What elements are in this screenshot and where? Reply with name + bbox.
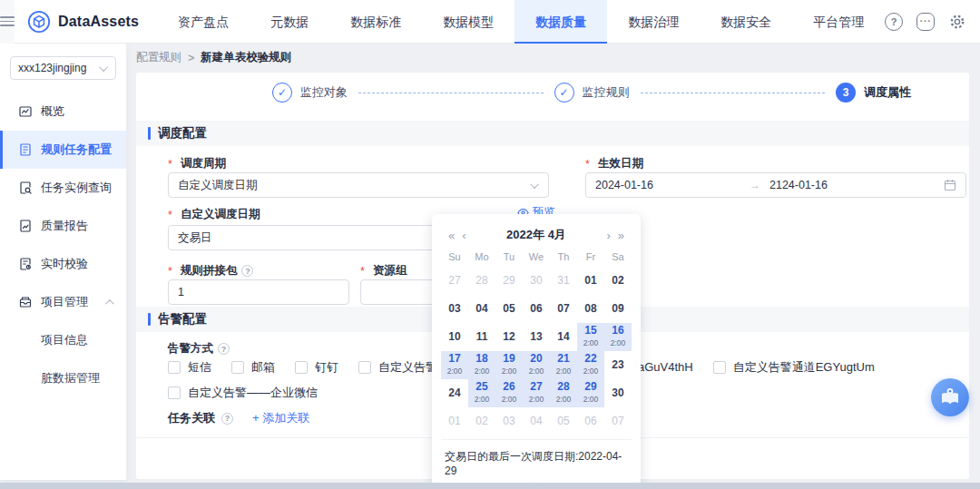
help-circle-icon[interactable]: ? [241,265,253,277]
calendar-day[interactable]: 06 [577,407,604,435]
calendar-day[interactable]: 30 [604,379,632,407]
calendar-day[interactable]: 03 [441,295,468,323]
sidebar-item[interactable]: 任务实例查询 [0,169,126,207]
calendar-title[interactable]: 2022年 4月 [470,227,603,243]
calendar-day[interactable]: 282:00 [550,379,577,407]
calendar-day[interactable]: 29 [495,267,523,295]
checkbox-icon[interactable] [168,386,181,399]
nav-item[interactable]: 平台管理 [792,0,885,44]
nav-item[interactable]: 元数据 [250,0,329,44]
calendar-day[interactable]: 05 [495,295,523,323]
checkbox-icon[interactable] [295,361,308,374]
nav-item[interactable]: 数据治理 [607,0,700,44]
rule-package-field[interactable] [168,279,349,305]
help-circle-icon[interactable]: ? [221,413,233,425]
alert-method-label-text: 告警方式 [168,341,213,357]
calendar-day[interactable]: 13 [523,323,550,351]
breadcrumb-parent[interactable]: 配置规则 [136,50,181,65]
calendar-day[interactable]: 24 [441,379,468,407]
calendar-day-number: 03 [448,303,460,315]
calendar-day[interactable]: 10 [441,323,468,351]
feedback-icon[interactable]: ··· [916,13,935,31]
nav-item[interactable]: 数据标准 [329,0,422,44]
sidebar-item[interactable]: 项目管理 [0,283,126,321]
checkbox-icon[interactable] [231,361,244,374]
nav-item[interactable]: 数据模型 [422,0,514,44]
calendar-week-row: 24252:00262:00272:00282:00292:0030 [441,379,632,407]
project-select[interactable]: xxx123jingjing [10,56,116,80]
calendar-day[interactable]: 192:00 [495,351,523,379]
calendar-day[interactable]: 04 [523,407,550,435]
calendar-day[interactable]: 14 [550,323,577,351]
calendar-day[interactable]: 262:00 [495,379,523,407]
calendar-day-number: 27 [448,275,460,287]
step-done: ✓监控规则 [554,83,630,103]
help-circle-icon[interactable]: ? [218,343,230,355]
effective-date-range[interactable]: 2024-01-16 → 2124-01-16 [585,172,966,198]
calendar-week-row: 03040506070809 [441,295,632,323]
calendar-day[interactable]: 31 [550,267,577,295]
checkbox-icon[interactable] [168,361,181,374]
calendar-day[interactable]: 01 [441,407,468,435]
calendar-day[interactable]: 07 [604,407,632,435]
calendar-day[interactable]: 172:00 [441,351,468,379]
nav-item[interactable]: 数据安全 [700,0,792,44]
calendar-day[interactable]: 152:00 [577,323,604,351]
nav-item[interactable]: 资产盘点 [157,0,250,44]
nav-item[interactable]: 数据质量 [514,0,607,44]
calendar-day[interactable]: 28 [468,267,495,295]
calendar-day[interactable]: 07 [550,295,577,323]
calendar-day[interactable]: 202:00 [523,351,550,379]
calendar-day[interactable]: 27 [441,267,468,295]
calendar-day[interactable]: 09 [604,295,632,323]
prev-year-icon[interactable]: « [445,229,458,242]
add-relation-link[interactable]: + 添加关联 [252,410,309,426]
breadcrumb-separator: > [188,52,194,64]
next-month-icon[interactable]: › [603,229,613,242]
alert-option-checkbox[interactable]: 邮箱 [231,359,275,376]
sidebar-item[interactable]: 实时校验 [0,245,126,283]
sidebar-item[interactable]: 质量报告 [0,207,126,245]
calendar-day[interactable]: 06 [523,295,550,323]
calendar-day[interactable]: 08 [577,295,604,323]
calendar-day[interactable]: 05 [550,407,577,435]
settings-gear-icon[interactable] [948,13,966,31]
help-icon[interactable]: ? [885,13,903,31]
calendar-day[interactable]: 182:00 [468,351,495,379]
sidebar-item[interactable]: 概览 [0,93,126,131]
alert-option-checkbox[interactable]: 短信 [168,359,211,376]
calendar-day-number: 25 [475,381,487,393]
assistant-mascot-icon[interactable] [931,378,969,416]
alert-option-checkbox[interactable]: 自定义告警——企业微信 [168,385,318,401]
prev-month-icon[interactable]: ‹ [458,229,469,242]
next-year-icon[interactable]: » [614,229,628,242]
sidebar-item[interactable]: 规则任务配置 [0,131,126,169]
calendar-day[interactable]: 222:00 [577,351,604,379]
alert-option-checkbox[interactable]: 自定义告警通道EGYugtUm [713,359,875,376]
menu-toggle-icon[interactable] [0,0,15,44]
brand[interactable]: DataAssets [15,10,152,34]
checkbox-icon[interactable] [713,361,726,374]
sidebar-item[interactable]: 项目信息 [0,321,126,359]
calendar-day[interactable]: 11 [468,323,495,351]
calendar-day[interactable]: 04 [468,295,495,323]
calendar-day[interactable]: 02 [468,407,495,435]
calendar-day[interactable]: 212:00 [550,351,577,379]
cycle-select[interactable]: 自定义调度日期 [168,172,549,198]
calendar-day[interactable]: 292:00 [577,379,604,407]
calendar-day[interactable]: 01 [577,267,604,295]
sidebar-item[interactable]: 脏数据管理 [0,359,126,397]
alert-option-checkbox[interactable]: 钉钉 [295,359,338,376]
calendar-day[interactable]: 03 [495,407,523,435]
cycle-select-value: 自定义调度日期 [178,178,533,193]
rule-package-input[interactable] [178,286,339,298]
checkbox-icon[interactable] [358,361,371,374]
calendar-day[interactable]: 252:00 [468,379,495,407]
calendar-day[interactable]: 23 [604,351,632,379]
calendar-day[interactable]: 272:00 [523,379,550,407]
calendar-day[interactable]: 30 [523,267,550,295]
calendar-day[interactable]: 02 [604,267,632,295]
calendar-day[interactable]: 12 [495,323,523,351]
calendar-day[interactable]: 162:00 [604,323,632,351]
calendar-day-number: 10 [448,331,460,343]
